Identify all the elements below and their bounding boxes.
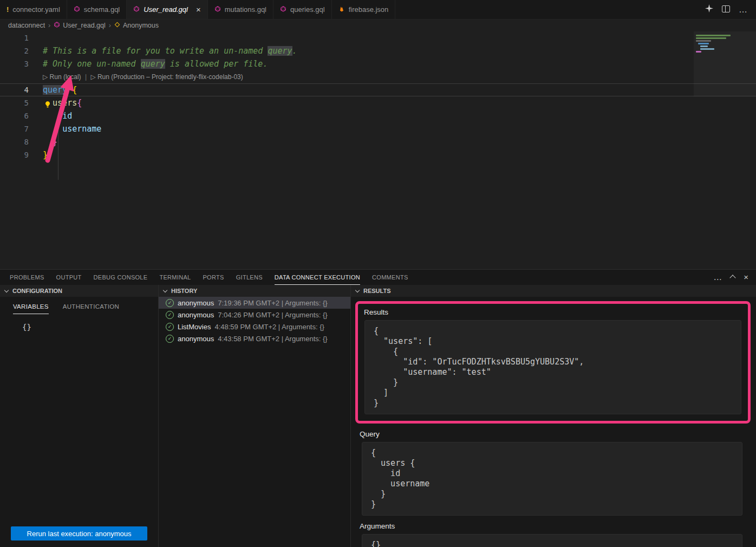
panel-tab-problems[interactable]: PROBLEMS — [10, 270, 44, 285]
editor-actions: … — [705, 0, 756, 19]
history-header[interactable]: HISTORY — [159, 285, 350, 297]
section-label-results: Results — [364, 308, 748, 316]
more-icon[interactable]: … — [739, 5, 747, 15]
variables-value: {} — [22, 323, 158, 331]
history-item[interactable]: ✓anonymous7:19:36 PM GMT+2 | Arguments: … — [159, 297, 350, 309]
line-number: 5 — [0, 96, 43, 109]
tab-label: User_read.gql — [144, 5, 188, 14]
breadcrumb-separator: › — [109, 22, 111, 29]
graphql-icon — [280, 5, 286, 14]
vscode-window: !connector.yamlschema.gqlUser_read.gql×m… — [0, 0, 756, 547]
tab-mutations.gql[interactable]: mutations.gql — [208, 0, 273, 19]
code-box-query: { users { id username } } — [362, 442, 742, 516]
tab-User_read.gql[interactable]: User_read.gql× — [127, 0, 207, 19]
run-local-link[interactable]: ▷ Run (local) — [43, 73, 81, 81]
history-name: anonymous — [178, 299, 214, 307]
breadcrumb-item-Anonymous[interactable]: Anonymous — [114, 22, 159, 29]
line-number: 1 — [0, 31, 43, 44]
code-box-results: { "users": [ { "id": "OrTucFODZHTksvBSBU… — [364, 320, 741, 414]
history-item[interactable]: ✓anonymous7:04:26 PM GMT+2 | Arguments: … — [159, 309, 350, 321]
close-icon[interactable]: × — [744, 272, 748, 282]
history-title: HISTORY — [171, 288, 197, 294]
panel-tab-terminal[interactable]: TERMINAL — [159, 270, 191, 285]
tab-connector.yaml[interactable]: !connector.yaml — [0, 0, 67, 19]
split-editor-icon[interactable] — [722, 5, 730, 15]
line-number: 7 — [0, 122, 43, 135]
indent-guide — [58, 128, 58, 180]
more-icon[interactable]: … — [713, 272, 722, 282]
chevron-down-icon — [355, 288, 360, 292]
code-line-8: 8 } — [0, 135, 756, 148]
code-line-7: 7 username — [0, 122, 756, 135]
history-name: ListMovies — [178, 323, 211, 331]
results-header[interactable]: RESULTS — [351, 285, 756, 297]
breadcrumb: dataconnect›User_read.gql›Anonymous — [0, 19, 756, 31]
history-section: HISTORY ✓anonymous7:19:36 PM GMT+2 | Arg… — [159, 285, 351, 547]
history-detail: 7:19:36 PM GMT+2 | Arguments: {} — [218, 299, 327, 307]
line-number: 4 — [0, 83, 43, 96]
history-detail: 4:48:59 PM GMT+2 | Arguments: {} — [214, 323, 324, 331]
code-line-9: 9} — [0, 148, 756, 161]
config-tab-authentication[interactable]: AUTHENTICATION — [63, 303, 119, 314]
tab-label: firebase.json — [349, 5, 389, 14]
history-item[interactable]: ✓anonymous4:43:58 PM GMT+2 | Arguments: … — [159, 333, 350, 344]
minimap[interactable] — [694, 31, 756, 145]
run-production-link[interactable]: ▷ Run (Production – Project: friendly-fl… — [90, 73, 243, 81]
chevron-down-icon — [163, 288, 167, 292]
panel-tab-bar: PROBLEMSOUTPUTDEBUG CONSOLETERMINALPORTS… — [0, 270, 756, 285]
configuration-title: CONFIGURATION — [12, 288, 62, 294]
results-section: RESULTS Results{ "users": [ { "id": "OrT… — [351, 285, 756, 547]
panel-tab-debug-console[interactable]: DEBUG CONSOLE — [94, 270, 148, 285]
breadcrumb-item-dataconnect[interactable]: dataconnect — [8, 22, 45, 29]
copilot-icon[interactable] — [705, 4, 713, 15]
warning-icon: ! — [6, 5, 9, 14]
lightbulb-icon[interactable] — [44, 99, 51, 107]
check-circle-icon: ✓ — [166, 335, 174, 343]
chevron-up-icon[interactable] — [731, 272, 735, 282]
rerun-button[interactable]: Rerun last execution: anonymous — [11, 526, 147, 541]
configuration-header[interactable]: CONFIGURATION — [0, 285, 158, 297]
graphql-icon — [54, 21, 60, 30]
editor-tabs: !connector.yamlschema.gqlUser_read.gql×m… — [0, 0, 395, 19]
configuration-section: CONFIGURATION VARIABLESAUTHENTICATION {}… — [0, 285, 159, 547]
section-label-arguments: Arguments — [360, 522, 756, 530]
code-line-4: 4query { — [0, 83, 756, 96]
tab-label: queries.gql — [290, 5, 325, 14]
editor-lines: 12# This is a file for you to write an u… — [0, 31, 756, 161]
tab-queries.gql[interactable]: queries.gql — [273, 0, 332, 19]
history-detail: 4:43:58 PM GMT+2 | Arguments: {} — [218, 335, 327, 343]
history-name: anonymous — [178, 335, 214, 343]
history-list: ✓anonymous7:19:36 PM GMT+2 | Arguments: … — [159, 297, 350, 344]
code-line-6: 6 id — [0, 109, 756, 122]
breadcrumb-item-User_read.gql[interactable]: User_read.gql — [54, 21, 106, 30]
tab-label: schema.gql — [84, 5, 120, 14]
symbol-icon — [114, 22, 120, 29]
configuration-tabs: VARIABLESAUTHENTICATION — [0, 297, 158, 314]
check-circle-icon: ✓ — [166, 323, 174, 331]
breadcrumb-label: Anonymous — [123, 22, 159, 29]
config-tab-variables[interactable]: VARIABLES — [13, 303, 49, 314]
line-number: 3 — [0, 57, 43, 70]
breadcrumb-label: User_read.gql — [63, 22, 106, 29]
code-line-3: 3# Only one un-named query is allowed pe… — [0, 57, 756, 70]
history-item[interactable]: ✓ListMovies4:48:59 PM GMT+2 | Arguments:… — [159, 321, 350, 333]
panel-tab-gitlens[interactable]: GITLENS — [236, 270, 263, 285]
panel-tab-output[interactable]: OUTPUT — [56, 270, 82, 285]
code-editor[interactable]: 12# This is a file for you to write an u… — [0, 31, 756, 269]
firebase-icon — [338, 5, 345, 14]
panel-tab-comments[interactable]: COMMENTS — [372, 270, 408, 285]
tab-label: connector.yaml — [12, 5, 60, 14]
line-number: 2 — [0, 44, 43, 57]
history-name: anonymous — [178, 311, 214, 319]
tab-schema.gql[interactable]: schema.gql — [67, 0, 127, 19]
tab-firebase.json[interactable]: firebase.json — [332, 0, 396, 19]
panel-tab-ports[interactable]: PORTS — [203, 270, 224, 285]
code-line-2: 2# This is a file for you to write an un… — [0, 44, 756, 57]
line-number: 6 — [0, 109, 43, 122]
chevron-down-icon — [4, 288, 9, 292]
bottom-panel: PROBLEMSOUTPUTDEBUG CONSOLETERMINALPORTS… — [0, 269, 756, 547]
close-icon[interactable]: × — [196, 5, 201, 14]
panel-tab-data-connect-execution[interactable]: DATA CONNECT EXECUTION — [275, 270, 360, 285]
line-number: 9 — [0, 148, 43, 161]
panel-tabs: PROBLEMSOUTPUTDEBUG CONSOLETERMINALPORTS… — [10, 270, 408, 285]
